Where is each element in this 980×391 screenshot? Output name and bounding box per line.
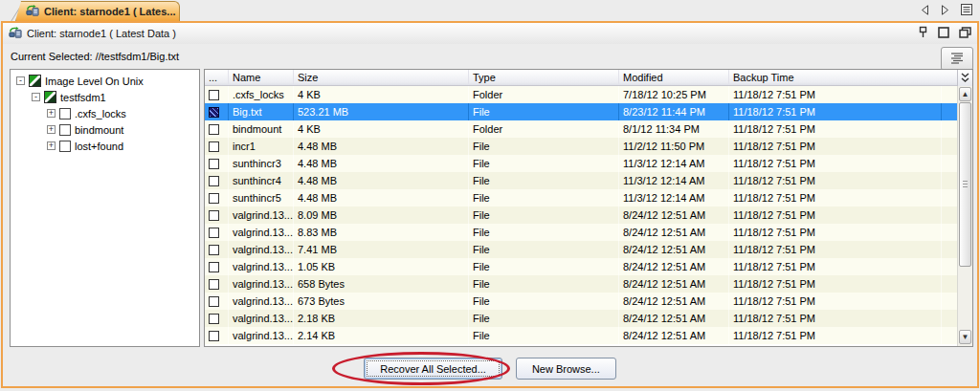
column-header-type[interactable]: Type: [469, 70, 619, 85]
cell-type: File: [469, 293, 619, 310]
cell-modified: 8/24/12 12:51 AM: [619, 206, 729, 224]
table-row[interactable]: valgrind.13... 673 Bytes File 8/24/12 12…: [205, 293, 957, 310]
tab-list-icon[interactable]: [961, 4, 972, 15]
cell-type: File: [469, 155, 619, 172]
vertical-scrollbar[interactable]: ▲ ▼: [957, 86, 972, 346]
expander-icon[interactable]: +: [47, 141, 56, 150]
row-checkbox[interactable]: [209, 124, 219, 135]
table-row[interactable]: valgrind.13... 658 Bytes File 8/24/12 12…: [205, 275, 957, 293]
column-header-size[interactable]: Size: [294, 70, 469, 85]
tree-item-bindmount[interactable]: + bindmount: [11, 121, 199, 138]
cell-backup-time: 11/18/12 7:51 PM: [729, 275, 942, 293]
row-checkbox[interactable]: [209, 193, 219, 204]
expander-icon[interactable]: -: [32, 93, 40, 101]
restore-icon[interactable]: [959, 27, 971, 38]
row-checkbox[interactable]: [209, 90, 219, 100]
cell-modified: 8/24/12 12:51 AM: [619, 275, 729, 293]
cell-backup-time: 11/18/12 7:51 PM: [729, 155, 942, 172]
tree-item-cxfs-locks[interactable]: + .cxfs_locks: [11, 105, 199, 121]
pin-icon[interactable]: [918, 26, 928, 38]
cell-size: 4 KB: [294, 120, 469, 138]
tab-client-starnode1[interactable]: Client: starnode1 ( Lates... ×: [15, 1, 180, 21]
cell-modified: 8/24/12 12:51 AM: [619, 258, 729, 275]
cell-backup-time: 11/18/12 7:51 PM: [729, 310, 942, 327]
table-row[interactable]: sunthincr4 4.48 MB File 11/3/12 12:14 AM…: [205, 172, 957, 189]
cell-size: 4.48 MB: [294, 155, 469, 172]
column-chooser-button[interactable]: [957, 70, 972, 86]
checkbox-unchecked-icon[interactable]: [59, 141, 71, 152]
cell-name: sunthincr3: [229, 155, 294, 172]
cell-type: File: [469, 206, 619, 224]
expander-icon[interactable]: -: [16, 76, 25, 85]
table-row[interactable]: valgrind.13... 2.14 KB File 8/24/12 12:5…: [205, 327, 957, 344]
tree-item-label[interactable]: lost+found: [75, 141, 123, 152]
table-row[interactable]: sunthincr3 4.48 MB File 11/3/12 12:14 AM…: [205, 155, 957, 172]
row-checkbox[interactable]: [209, 176, 219, 186]
cell-backup-time: 11/18/12 7:51 PM: [729, 189, 942, 206]
row-checkbox-checked[interactable]: [209, 107, 219, 118]
scroll-tabs-left-icon[interactable]: [921, 5, 929, 15]
tree-item-testfsdm1[interactable]: - testfsdm1: [11, 89, 199, 105]
row-checkbox[interactable]: [209, 279, 219, 290]
tree-item-label[interactable]: testfsdm1: [60, 92, 106, 103]
cell-size: 7.41 MB: [294, 241, 469, 258]
row-checkbox[interactable]: [209, 331, 219, 341]
scrollbar-grip: [963, 181, 968, 188]
cell-size: 8.83 MB: [294, 224, 469, 241]
scroll-up-icon[interactable]: ▲: [959, 87, 971, 101]
row-checkbox[interactable]: [209, 159, 219, 169]
row-checkbox[interactable]: [209, 296, 219, 307]
row-checkbox[interactable]: [209, 245, 219, 255]
tree-item-label[interactable]: .cxfs_locks: [75, 108, 126, 119]
checkbox-unchecked-icon[interactable]: [59, 124, 71, 136]
column-header-backup-time[interactable]: Backup Time: [729, 70, 942, 85]
cell-backup-time: 11/18/12 7:51 PM: [729, 206, 942, 224]
tree-item-image-level-on-unix[interactable]: - Image Level On Unix: [11, 73, 199, 89]
column-header-modified[interactable]: Modified: [619, 70, 729, 85]
cell-size: 4.48 MB: [294, 138, 469, 155]
expander-icon[interactable]: +: [47, 125, 56, 134]
table-row[interactable]: valgrind.13... 1.05 KB File 8/24/12 12:5…: [205, 258, 957, 275]
table-row[interactable]: sunthincr5 4.48 MB File 11/3/12 12:14 AM…: [205, 189, 957, 206]
scrollbar-thumb[interactable]: [959, 102, 971, 267]
tree-item-label[interactable]: bindmount: [75, 124, 123, 136]
cell-type: File: [469, 172, 619, 189]
scroll-tabs-right-icon[interactable]: [941, 5, 949, 15]
tree-item-lost-found[interactable]: + lost+found: [11, 138, 199, 154]
cell-modified: 11/2/12 11:50 PM: [619, 138, 729, 155]
row-checkbox[interactable]: [209, 262, 219, 272]
row-checkbox[interactable]: [209, 314, 219, 324]
table-row[interactable]: valgrind.13... 2.18 KB File 8/24/12 12:5…: [205, 310, 957, 327]
column-header-name[interactable]: Name: [229, 70, 294, 85]
table-row-selected[interactable]: Big.txt 523.21 MB File 8/23/12 11:44 PM …: [205, 103, 957, 120]
panel-title: Client: starnode1 ( Latest Data ): [27, 28, 176, 39]
cell-name: bindmount: [229, 120, 294, 138]
cell-name: Big.txt: [229, 103, 294, 120]
new-browse-button[interactable]: New Browse...: [516, 358, 616, 380]
table-row[interactable]: valgrind.13... 7.41 MB File 8/24/12 12:5…: [205, 241, 957, 258]
row-checkbox[interactable]: [209, 141, 219, 152]
maximize-icon[interactable]: [938, 27, 949, 38]
table-row[interactable]: incr1 4.48 MB File 11/2/12 11:50 PM 11/1…: [205, 138, 957, 155]
current-selected-label: Current Selected: //testfsdm1/Big.txt: [11, 51, 179, 62]
recover-all-selected-button[interactable]: Recover All Selected...: [364, 358, 502, 380]
table-row[interactable]: .cxfs_locks 4 KB Folder 7/18/12 10:25 PM…: [205, 86, 957, 103]
cell-type: Folder: [469, 86, 619, 103]
cell-modified: 11/3/12 12:14 AM: [619, 155, 729, 172]
row-checkbox[interactable]: [209, 228, 219, 238]
client-icon: [26, 4, 39, 19]
tab-close-icon[interactable]: ×: [183, 7, 189, 16]
tree-item-label[interactable]: Image Level On Unix: [45, 76, 144, 87]
checkbox-unchecked-icon[interactable]: [59, 108, 71, 119]
view-options-button[interactable]: [941, 47, 973, 71]
scroll-down-icon[interactable]: ▼: [959, 330, 971, 344]
table-row[interactable]: valgrind.13... 8.09 MB File 8/24/12 12:5…: [205, 206, 957, 224]
partial-selected-icon[interactable]: [44, 91, 56, 103]
column-header-select[interactable]: ...: [205, 70, 229, 85]
table-row[interactable]: valgrind.13... 8.83 MB File 8/24/12 12:5…: [205, 224, 957, 241]
expander-icon[interactable]: +: [47, 109, 56, 118]
table-row[interactable]: bindmount 4 KB Folder 8/1/12 11:34 PM 11…: [205, 120, 957, 138]
row-checkbox[interactable]: [209, 210, 219, 221]
partial-selected-icon[interactable]: [29, 75, 41, 87]
cell-type: Folder: [469, 120, 619, 138]
